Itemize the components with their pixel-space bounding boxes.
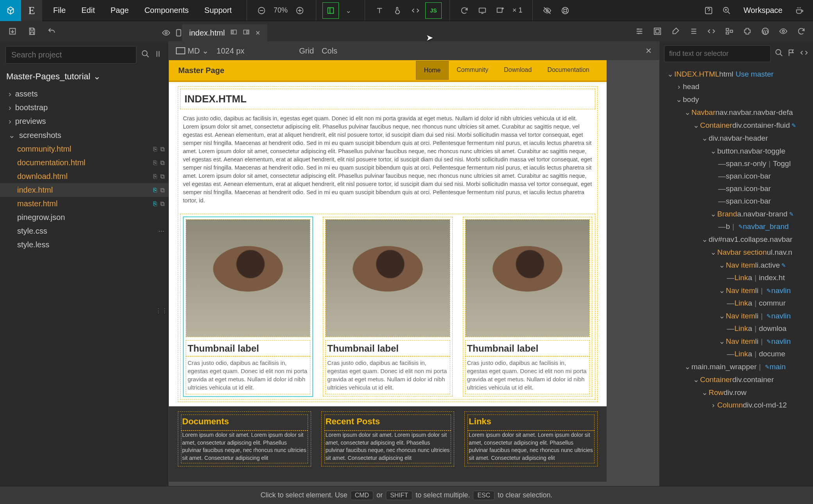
tab-preview-icon[interactable]	[162, 24, 170, 41]
dom-node[interactable]: ⌄Navbar nav.navbar.navbar-defa	[659, 106, 813, 119]
viewport-close-icon[interactable]: ✕	[645, 46, 652, 55]
tab-panel-b-icon[interactable]	[243, 29, 250, 37]
dom-node[interactable]: ⌄INDEX.HTML html Use master	[659, 68, 813, 80]
dom-node[interactable]: —Link a|downloa	[659, 322, 813, 335]
dom-node[interactable]: ⌄Nav item li|✎navlin	[659, 284, 813, 297]
footer-heading[interactable]: Recent Posts	[325, 415, 451, 431]
file-pinegrow-json[interactable]: pinegrow.json	[0, 211, 168, 224]
file-action-icons[interactable]: ⎘ ⧉	[153, 146, 165, 153]
code-tool-icon[interactable]	[407, 2, 424, 19]
file-community-html[interactable]: community.html⎘ ⧉	[0, 142, 168, 156]
dom-node[interactable]: ⌄body	[659, 93, 813, 106]
tab-panel-a-icon[interactable]	[230, 29, 237, 37]
file-style-less[interactable]: style.less	[0, 238, 168, 252]
file-tab-index[interactable]: index.html ✕	[182, 24, 267, 41]
filter-settings-icon[interactable]	[154, 50, 163, 61]
dom-node[interactable]: ⌄Nav item li.active✎	[659, 259, 813, 272]
viewport-size-selector[interactable]: MD ⌄	[176, 46, 209, 55]
preview-nav-community[interactable]: Community	[449, 61, 496, 80]
menu-components[interactable]: Components	[137, 2, 195, 19]
undo-icon[interactable]	[43, 23, 60, 40]
dom-node[interactable]: ⌄Navbar section ul.nav.n	[659, 246, 813, 259]
file-style-css[interactable]: style.css⋯	[0, 224, 168, 238]
layout-dropdown-icon[interactable]: ⌄	[340, 2, 357, 19]
preview-brand[interactable]: Master Page	[178, 66, 224, 75]
panel-splitter-icon[interactable]: ⋮⋮	[155, 307, 168, 315]
preview-heading[interactable]: INDEX.HTML	[181, 89, 595, 109]
panel-code-icon[interactable]	[703, 23, 720, 40]
js-tool-icon[interactable]: JS	[425, 2, 442, 19]
tab-link-icon[interactable]	[174, 24, 183, 41]
search-icon[interactable]	[775, 48, 783, 59]
search-icon[interactable]	[141, 50, 150, 61]
folder-bootstrap[interactable]: bootstrap	[0, 101, 168, 114]
new-window-icon[interactable]	[492, 2, 509, 19]
preview-paragraph[interactable]: Cras justo odio, dapibus ac facilisis in…	[181, 112, 595, 207]
footer-text[interactable]: Lorem ipsum dolor sit amet. Lorem ipsum …	[181, 431, 308, 463]
file-action-icons[interactable]: ⎘ ⧉	[153, 200, 165, 207]
help-target-icon[interactable]	[557, 2, 573, 19]
file-master-html[interactable]: master.html⎘ ⧉	[0, 197, 168, 211]
folder-screenshots[interactable]: screenshots	[0, 128, 168, 142]
thumbnail-card[interactable]: Thumbnail labelCras justo odio, dapibus …	[323, 217, 452, 396]
panel-list-icon[interactable]	[685, 23, 702, 40]
coffee-icon[interactable]	[791, 2, 808, 19]
file-index-html[interactable]: index.html⎘ ⧉	[0, 183, 168, 197]
footer-col-links[interactable]: LinksLorem ipsum dolor sit amet. Lorem i…	[465, 412, 597, 466]
selector-flag-icon[interactable]	[787, 48, 796, 59]
dom-node[interactable]: ›head	[659, 80, 813, 93]
thumbnail-text[interactable]: Cras justo odio, dapibus ac facilisis in…	[466, 356, 589, 394]
menu-edit[interactable]: Edit	[74, 2, 102, 19]
thumbnail-image[interactable]	[466, 220, 589, 337]
workspace-menu[interactable]: Workspace	[736, 2, 790, 19]
dom-node[interactable]: —Link a|docume	[659, 348, 813, 360]
dom-node[interactable]: —span.icon-bar	[659, 170, 813, 182]
dom-node[interactable]: ⌄Container div.container	[659, 373, 813, 386]
dom-node[interactable]: —span.icon-bar	[659, 182, 813, 195]
footer-text[interactable]: Lorem ipsum dolor sit amet. Lorem ipsum …	[325, 431, 451, 463]
touch-tool-icon[interactable]	[389, 2, 406, 19]
menu-file[interactable]: File	[46, 2, 73, 19]
panel-library-icon[interactable]	[649, 23, 666, 40]
footer-text[interactable]: Lorem ipsum dolor sit amet. Lorem ipsum …	[468, 431, 594, 463]
dom-node[interactable]: ⌄Row div.row	[659, 386, 813, 399]
panel-refresh2-icon[interactable]	[793, 23, 810, 40]
footer-heading[interactable]: Documents	[181, 415, 308, 431]
file-action-icons[interactable]: ⎘ ⧉	[153, 173, 165, 180]
dom-node[interactable]: —b|✎navbar_brand	[659, 220, 813, 233]
panel-puzzle-icon[interactable]	[739, 23, 756, 40]
magnify-icon[interactable]	[718, 2, 735, 19]
panel-wordpress-icon[interactable]	[757, 23, 774, 40]
refresh-icon[interactable]	[456, 2, 473, 19]
panel-sliders-icon[interactable]	[631, 23, 648, 40]
panel-eye-icon[interactable]	[775, 23, 792, 40]
dom-node[interactable]: —Link a|commur	[659, 297, 813, 309]
menu-support[interactable]: Support	[197, 2, 239, 19]
preview-nav-home[interactable]: Home	[416, 61, 449, 80]
dom-node[interactable]: ⌄main.main_wrapper|✎main	[659, 360, 813, 373]
dom-node[interactable]: —span.icon-bar	[659, 195, 813, 207]
save-icon[interactable]	[23, 23, 41, 40]
tab-close-icon[interactable]: ✕	[255, 29, 260, 37]
device-preview-icon[interactable]	[474, 2, 491, 19]
file-action-icons[interactable]: ⎘ ⧉	[153, 187, 165, 194]
zoom-in-button[interactable]	[292, 2, 308, 19]
editor-mode-icon[interactable]: E	[21, 0, 42, 21]
zoom-out-button[interactable]	[253, 2, 270, 19]
visibility-off-icon[interactable]	[539, 2, 555, 19]
project-search-input[interactable]	[5, 46, 136, 64]
thumbnail-image[interactable]	[326, 220, 449, 337]
preview-nav-documentation[interactable]: Documentation	[539, 61, 597, 80]
app-logo-icon[interactable]	[0, 0, 21, 21]
panel-brush-icon[interactable]	[667, 23, 684, 40]
thumbnail-image[interactable]	[186, 220, 310, 337]
thumbnail-title[interactable]: Thumbnail label	[466, 341, 589, 356]
file-download-html[interactable]: download.html⎘ ⧉	[0, 170, 168, 183]
dom-node[interactable]: —span.sr-only|Toggl	[659, 157, 813, 170]
thumbnail-card[interactable]: Thumbnail labelCras justo odio, dapibus …	[463, 217, 592, 396]
dom-node[interactable]: ⌄Nav item li|✎navlin	[659, 309, 813, 322]
dom-node[interactable]: —Link a|index.ht	[659, 272, 813, 284]
folder-assets[interactable]: assets	[0, 87, 168, 101]
selector-code-icon[interactable]	[800, 48, 808, 59]
dom-node[interactable]: ⌄Container div.container-fluid✎	[659, 119, 813, 132]
